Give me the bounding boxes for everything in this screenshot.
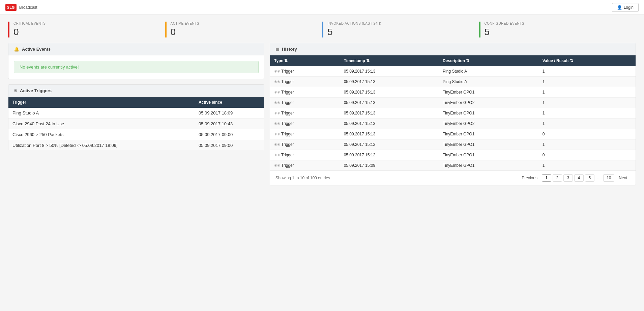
pagination-ellipsis: ... (596, 175, 602, 181)
trigger-since-1: 05.09.2017 10:43 (195, 119, 264, 129)
trigger-cross-icon: ✳✳ (274, 163, 280, 167)
list-item[interactable]: ✳✳ Trigger05.09.2017 15:12TinyEmber GPO1… (270, 139, 636, 150)
stat-label-invoked: INVOKED ACTIONS (LAST 24H) (327, 22, 479, 25)
stat-value-active: 0 (171, 27, 322, 37)
pagination-last-page-button[interactable]: 10 (603, 174, 614, 182)
trigger-name-2: Cisco 2960 > 250 Packets (8, 129, 195, 140)
stat-critical: CRITICAL EVENTS 0 (8, 22, 165, 37)
pagination-showing: Showing 1 to 10 of 100 entries (275, 176, 330, 180)
sort-icon: ⇅ (366, 58, 370, 63)
history-value-4: 1 (538, 108, 636, 119)
history-timestamp-3: 05.09.2017 15:13 (340, 98, 439, 108)
history-value-6: 0 (538, 129, 636, 139)
history-type-4: ✳✳ Trigger (270, 108, 340, 119)
history-type-6: ✳✳ Trigger (270, 129, 340, 139)
pagination-page-1-button[interactable]: 1 (542, 174, 551, 182)
stat-value-configured: 5 (485, 27, 636, 37)
logo-box: SLG (5, 4, 17, 11)
sort-icon: ⇅ (466, 58, 469, 63)
list-item[interactable]: ✳✳ Trigger05.09.2017 15:13TinyEmber GPO2… (270, 98, 636, 108)
active-events-title: Active Events (22, 47, 51, 52)
history-type-2: ✳✳ Trigger (270, 87, 340, 98)
stat-label-configured: CONFIGURED EVENTS (485, 22, 636, 25)
trigger-icon (14, 88, 17, 93)
logo-area: SLG Broadcast (5, 4, 37, 11)
login-label: Login (624, 5, 634, 10)
right-panel: History Type ⇅Timestamp ⇅Description ⇅Va… (270, 43, 636, 185)
history-body: Type ⇅Timestamp ⇅Description ⇅Value / Re… (270, 55, 636, 171)
trigger-cross-icon: ✳✳ (274, 80, 280, 84)
history-card: History Type ⇅Timestamp ⇅Description ⇅Va… (270, 43, 636, 185)
history-type-0: ✳✳ Trigger (270, 66, 340, 77)
history-description-9: TinyEmber GPO1 (439, 160, 538, 171)
pagination-previous-button[interactable]: Previous (519, 175, 540, 181)
bell-icon (14, 47, 19, 52)
list-item[interactable]: ✳✳ Trigger05.09.2017 15:13TinyEmber GPO1… (270, 129, 636, 139)
history-type-5: ✳✳ Trigger (270, 119, 340, 129)
table-row[interactable]: Ping Studio A05.09.2017 18:09 (8, 108, 264, 119)
table-row[interactable]: Utilization Port 8 > 50% [Deleted -> 05.… (8, 140, 264, 151)
history-timestamp-4: 05.09.2017 15:13 (340, 108, 439, 119)
history-col-type: Type ⇅ (270, 55, 340, 66)
trigger-since-3: 05.09.2017 09:00 (195, 140, 264, 151)
trigger-name-3: Utilization Port 8 > 50% [Deleted -> 05.… (8, 140, 195, 151)
history-description-0: Ping Studio A (439, 66, 538, 77)
history-timestamp-8: 05.09.2017 15:12 (340, 150, 439, 160)
active-triggers-title: Active Triggers (20, 88, 52, 93)
left-panel: Active Events No events are currently ac… (8, 43, 264, 185)
history-timestamp-9: 05.09.2017 15:09 (340, 160, 439, 171)
history-description-3: TinyEmber GPO2 (439, 98, 538, 108)
history-col-value: Value / Result ⇅ (538, 55, 636, 66)
history-table: Type ⇅Timestamp ⇅Description ⇅Value / Re… (270, 55, 636, 171)
table-row[interactable]: Cisco 2960 > 250 Packets05.09.2017 09:00 (8, 129, 264, 140)
list-item[interactable]: ✳✳ Trigger05.09.2017 15:09TinyEmber GPO1… (270, 160, 636, 171)
active-triggers-header: Active Triggers (8, 85, 264, 97)
history-type-1: ✳✳ Trigger (270, 77, 340, 87)
list-item[interactable]: ✳✳ Trigger05.09.2017 15:13TinyEmber GPO1… (270, 108, 636, 119)
pagination-page-5-button[interactable]: 5 (585, 174, 594, 182)
list-item[interactable]: ✳✳ Trigger05.09.2017 15:13Ping Studio A1 (270, 77, 636, 87)
list-item[interactable]: ✳✳ Trigger05.09.2017 15:13TinyEmber GPO2… (270, 119, 636, 129)
history-timestamp-2: 05.09.2017 15:13 (340, 87, 439, 98)
triggers-col-active_since: Active since (195, 97, 264, 108)
main-content: Active Events No events are currently ac… (0, 43, 644, 193)
active-events-card: Active Events No events are currently ac… (8, 43, 264, 79)
pagination-area: Showing 1 to 10 of 100 entries Previous1… (270, 171, 636, 185)
trigger-cross-icon: ✳✳ (274, 90, 280, 94)
sort-icon: ⇅ (284, 58, 288, 63)
stat-label-critical: CRITICAL EVENTS (13, 22, 165, 25)
list-item[interactable]: ✳✳ Trigger05.09.2017 15:12TinyEmber GPO1… (270, 150, 636, 160)
history-value-2: 1 (538, 87, 636, 98)
history-value-1: 1 (538, 77, 636, 87)
stat-label-active: ACTIVE EVENTS (171, 22, 322, 25)
pagination-page-4-button[interactable]: 4 (574, 174, 584, 182)
list-item[interactable]: ✳✳ Trigger05.09.2017 15:13TinyEmber GPO1… (270, 87, 636, 98)
active-triggers-card: Active Triggers TriggerActive since Ping… (8, 84, 264, 151)
brand-text: Broadcast (19, 5, 37, 10)
pagination-page-2-button[interactable]: 2 (553, 174, 562, 182)
history-description-1: Ping Studio A (439, 77, 538, 87)
header: SLG Broadcast 👤 Login (0, 0, 644, 15)
trigger-since-0: 05.09.2017 18:09 (195, 108, 264, 119)
active-events-body: No events are currently active! (8, 55, 264, 79)
history-timestamp-7: 05.09.2017 15:12 (340, 139, 439, 150)
history-description-8: TinyEmber GPO1 (439, 150, 538, 160)
history-col-timestamp: Timestamp ⇅ (340, 55, 439, 66)
history-value-0: 1 (538, 66, 636, 77)
pagination-controls: Previous12345...10Next (519, 174, 630, 182)
sort-icon: ⇅ (570, 58, 573, 63)
history-value-8: 0 (538, 150, 636, 160)
history-timestamp-1: 05.09.2017 15:13 (340, 77, 439, 87)
pagination-next-button[interactable]: Next (616, 175, 630, 181)
history-header: History (270, 43, 636, 55)
trigger-cross-icon: ✳✳ (274, 111, 280, 115)
history-type-3: ✳✳ Trigger (270, 98, 340, 108)
list-item[interactable]: ✳✳ Trigger05.09.2017 15:13Ping Studio A1 (270, 66, 636, 77)
table-row[interactable]: Cisco 2940 Post 24 in Use05.09.2017 10:4… (8, 119, 264, 129)
trigger-name-1: Cisco 2940 Post 24 in Use (8, 119, 195, 129)
history-description-2: TinyEmber GPO1 (439, 87, 538, 98)
history-value-5: 1 (538, 119, 636, 129)
pagination-page-3-button[interactable]: 3 (563, 174, 573, 182)
login-button[interactable]: 👤 Login (612, 3, 639, 12)
history-description-6: TinyEmber GPO1 (439, 129, 538, 139)
